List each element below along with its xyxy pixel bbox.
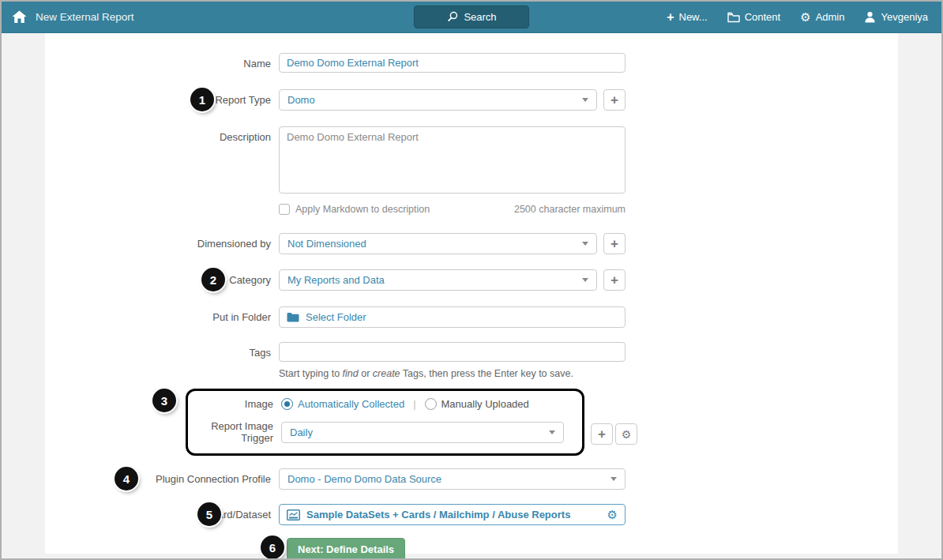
category-value: My Reports and Data — [287, 274, 385, 286]
plus-icon: + — [611, 273, 618, 287]
radio-manually-uploaded[interactable]: Manually Uploaded — [425, 398, 529, 410]
step-badge-6: 6 — [261, 536, 284, 559]
image-highlight-outline: Image Automatically Collected | Manually… — [186, 389, 584, 456]
user-menu-label: Yevgeniya — [881, 11, 928, 23]
report-type-row: 1 Report Type Domo + — [45, 89, 898, 111]
page-background: Name 1 Report Type Domo + Description — [2, 33, 941, 559]
image-mode-radio-group: Automatically Collected | Manually Uploa… — [281, 398, 529, 410]
form-panel: Name 1 Report Type Domo + Description — [45, 33, 898, 554]
top-navbar: New External Report Search + New... Cont… — [2, 2, 941, 33]
tags-hint: Start typing to find or create Tags, the… — [279, 368, 626, 379]
radio-automatically-collected[interactable]: Automatically Collected — [281, 398, 404, 410]
new-menu[interactable]: + New... — [667, 11, 707, 24]
topbar-nav: + New... Content ⚙ Admin Yevgeniya — [667, 11, 941, 24]
add-category-button[interactable]: + — [603, 269, 626, 291]
new-menu-label: New... — [679, 11, 708, 23]
tags-group: Start typing to find or create Tags, the… — [279, 342, 626, 379]
trigger-buttons: + ⚙ — [591, 423, 637, 445]
add-trigger-button[interactable]: + — [591, 423, 613, 445]
search-icon — [446, 11, 458, 23]
plugin-connection-profile-row: 4 Plugin Connection Profile Domo - Demo … — [45, 468, 898, 490]
gear-icon: ⚙ — [622, 429, 632, 440]
markdown-checkbox-label: Apply Markdown to description — [295, 204, 430, 215]
report-type-dropdown[interactable]: Domo — [279, 89, 597, 111]
radio-auto-label: Automatically Collected — [298, 398, 404, 410]
gear-icon: ⚙ — [800, 11, 810, 23]
user-icon — [864, 11, 876, 23]
app-window: New External Report Search + New... Cont… — [0, 0, 943, 560]
card-dataset-selector[interactable]: Sample DataSets + Cards / Mailchimp / Ab… — [279, 504, 626, 525]
radio-selected-icon[interactable] — [281, 398, 293, 410]
chevron-down-icon — [611, 477, 617, 481]
user-menu[interactable]: Yevgeniya — [864, 11, 928, 23]
chart-icon — [287, 509, 300, 521]
add-dimension-button[interactable]: + — [603, 233, 626, 254]
card-dataset-row: 5 Card/Dataset Sample DataSets + Cards /… — [45, 504, 898, 525]
chevron-down-icon — [582, 278, 588, 282]
next-row: 6 Next: Define Details — [45, 538, 898, 560]
plus-icon: + — [611, 237, 618, 250]
description-textarea[interactable]: Demo Domo External Report — [279, 126, 626, 194]
add-report-type-button[interactable]: + — [603, 89, 626, 111]
admin-menu-label: Admin — [816, 11, 845, 23]
folder-icon — [287, 312, 299, 322]
description-row: Description Demo Domo External Report Ap… — [45, 126, 898, 215]
category-dropdown[interactable]: My Reports and Data — [279, 269, 597, 291]
image-section: 3 Image Automatically Collected | — [45, 389, 898, 456]
select-folder-control[interactable]: Select Folder — [279, 306, 626, 328]
step-badge-2: 2 — [201, 268, 225, 291]
checkbox-icon[interactable] — [279, 204, 290, 215]
dimensioned-by-row: Dimensioned by Not Dimensioned + — [45, 233, 898, 254]
report-type-value: Domo — [287, 94, 315, 106]
radio-separator: | — [413, 398, 415, 410]
category-label: Category — [45, 269, 279, 286]
name-input[interactable] — [279, 53, 626, 73]
tags-input[interactable] — [279, 342, 626, 362]
char-max-note: 2500 character maximum — [514, 204, 626, 215]
description-group: Demo Domo External Report Apply Markdown… — [279, 126, 626, 215]
step-badge-3: 3 — [152, 389, 176, 412]
put-in-folder-row: Put in Folder Select Folder — [45, 306, 898, 328]
gear-icon[interactable]: ⚙ — [607, 509, 618, 521]
tags-label: Tags — [45, 342, 279, 359]
dimensioned-by-value: Not Dimensioned — [287, 238, 366, 250]
description-label: Description — [45, 126, 279, 143]
admin-menu[interactable]: ⚙ Admin — [800, 11, 844, 23]
search-label: Search — [464, 11, 496, 23]
name-label: Name — [45, 53, 279, 70]
description-footer: Apply Markdown to description 2500 chara… — [279, 204, 626, 215]
content-menu[interactable]: Content — [727, 11, 781, 23]
put-in-folder-label: Put in Folder — [45, 306, 279, 323]
report-image-trigger-dropdown[interactable]: Daily — [281, 422, 564, 443]
image-mode-row: Image Automatically Collected | Manually… — [188, 398, 582, 410]
chevron-down-icon — [549, 430, 555, 434]
plus-icon: + — [667, 11, 674, 24]
select-folder-label: Select Folder — [306, 311, 366, 323]
markdown-checkbox-option[interactable]: Apply Markdown to description — [279, 204, 430, 215]
plus-icon: + — [611, 93, 618, 107]
plugin-connection-profile-value: Domo - Demo Domo Data Source — [287, 473, 441, 485]
topbar-left: New External Report — [2, 10, 134, 24]
card-dataset-label: Card/Dataset — [45, 504, 279, 521]
folder-icon — [727, 12, 740, 23]
report-type-label: Report Type — [45, 89, 279, 106]
report-image-trigger-label: Report Image Trigger — [188, 420, 281, 444]
report-image-trigger-row: Report Image Trigger Daily — [188, 420, 582, 444]
dimensioned-by-dropdown[interactable]: Not Dimensioned — [279, 233, 597, 254]
next-define-details-button[interactable]: Next: Define Details — [287, 538, 405, 560]
page-title: New External Report — [36, 11, 134, 23]
step-badge-1: 1 — [190, 88, 214, 111]
plugin-connection-profile-dropdown[interactable]: Domo - Demo Domo Data Source — [279, 468, 626, 490]
dimensioned-by-label: Dimensioned by — [45, 233, 279, 250]
name-field-row: Name — [45, 53, 898, 73]
search-button[interactable]: Search — [414, 6, 529, 28]
home-icon[interactable] — [12, 10, 27, 24]
plugin-connection-profile-label: Plugin Connection Profile — [45, 468, 279, 485]
trigger-settings-button[interactable]: ⚙ — [615, 423, 637, 445]
category-row: 2 Category My Reports and Data + — [45, 269, 898, 291]
content-menu-label: Content — [745, 11, 781, 23]
radio-manual-label: Manually Uploaded — [441, 398, 529, 410]
step-badge-5: 5 — [197, 502, 221, 526]
radio-unselected-icon[interactable] — [425, 398, 437, 410]
card-dataset-value: Sample DataSets + Cards / Mailchimp / Ab… — [306, 509, 570, 521]
